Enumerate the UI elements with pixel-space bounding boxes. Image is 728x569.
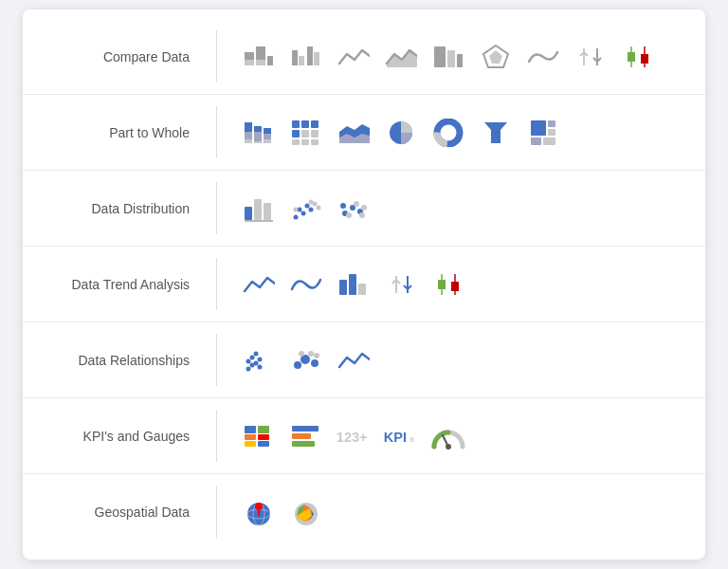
trend-wave-icon[interactable]	[287, 266, 325, 303]
svg-point-91	[246, 358, 251, 363]
svg-rect-28	[254, 126, 262, 132]
scatter-small-icon[interactable]	[240, 341, 278, 379]
svg-rect-42	[311, 139, 318, 145]
gauge-icon[interactable]	[429, 417, 467, 455]
area-chart-icon[interactable]	[382, 38, 420, 76]
bubble-chart-icon[interactable]	[287, 341, 325, 379]
kpi-number-icon[interactable]: 123+	[335, 417, 373, 455]
pie-chart-icon[interactable]	[382, 114, 420, 152]
icons-data-trend-analysis	[221, 266, 486, 303]
svg-point-75	[359, 212, 365, 218]
funnel-chart-icon[interactable]	[477, 114, 515, 152]
label-data-distribution: Data Distribution	[23, 201, 212, 216]
trend-updown-icon[interactable]	[382, 266, 420, 303]
candlestick-green-icon[interactable]	[619, 38, 657, 76]
svg-rect-111	[292, 441, 315, 447]
label-data-relationships: Data Relationships	[23, 353, 212, 368]
svg-rect-52	[548, 129, 555, 136]
svg-rect-40	[292, 139, 300, 145]
histogram-icon[interactable]	[240, 190, 278, 228]
label-kpi-gauges: KPI's and Gauges	[23, 429, 212, 444]
svg-point-102	[314, 353, 319, 358]
map-polygon-icon[interactable]	[477, 38, 515, 76]
donut-chart-icon[interactable]	[429, 114, 467, 152]
colorful-map-icon[interactable]	[287, 493, 325, 531]
svg-rect-2	[256, 46, 265, 60]
svg-point-100	[299, 351, 304, 357]
row-kpi-gauges: KPI's and Gauges	[23, 398, 705, 474]
svg-rect-35	[301, 120, 309, 128]
treemap-icon[interactable]	[524, 114, 562, 152]
chart-type-card: Compare Data	[23, 9, 705, 560]
svg-rect-31	[264, 128, 271, 134]
svg-point-61	[309, 207, 314, 211]
svg-rect-7	[299, 56, 304, 65]
svg-text:123+: 123+	[337, 430, 368, 445]
kpi-hbar-icon[interactable]	[287, 417, 325, 455]
label-compare-data: Compare Data	[23, 49, 212, 64]
svg-rect-4	[267, 56, 273, 65]
svg-rect-78	[358, 284, 366, 295]
svg-rect-104	[245, 434, 256, 440]
kpi-text-icon[interactable]: KPI s	[382, 417, 420, 455]
svg-point-116	[446, 444, 451, 450]
svg-rect-38	[301, 130, 309, 138]
svg-rect-27	[245, 139, 252, 143]
kpi-stacked-icon[interactable]	[240, 417, 278, 455]
label-geospatial-data: Geospatial Data	[23, 505, 212, 520]
icons-part-to-whole	[221, 114, 581, 152]
row-part-to-whole: Part to Whole	[23, 95, 705, 171]
row-data-trend-analysis: Data Trend Analysis	[23, 247, 705, 322]
area-blue-icon[interactable]	[335, 114, 373, 152]
dot-plot-small-icon[interactable]	[287, 190, 325, 228]
svg-rect-56	[254, 199, 262, 220]
svg-rect-37	[292, 130, 300, 138]
svg-rect-25	[245, 122, 252, 132]
radar-icon[interactable]	[429, 38, 467, 76]
svg-rect-6	[292, 50, 298, 65]
svg-rect-34	[292, 120, 300, 128]
svg-rect-57	[264, 203, 271, 220]
svg-rect-86	[438, 280, 446, 289]
svg-point-89	[246, 366, 251, 371]
svg-point-97	[294, 361, 301, 369]
label-data-trend-analysis: Data Trend Analysis	[23, 277, 212, 292]
svg-rect-108	[258, 441, 269, 447]
svg-rect-51	[548, 120, 555, 127]
trend-line-icon[interactable]	[240, 266, 278, 303]
dot-cloud-icon[interactable]	[335, 190, 373, 228]
icons-geospatial-data	[221, 493, 344, 531]
globe-pin-icon[interactable]	[240, 493, 278, 531]
svg-point-93	[250, 355, 255, 359]
svg-rect-22	[628, 52, 635, 62]
stacked-bar-icon[interactable]	[240, 38, 278, 76]
svg-rect-105	[245, 441, 256, 447]
row-data-distribution: Data Distribution	[23, 171, 705, 247]
wave-line-icon[interactable]	[524, 38, 562, 76]
svg-rect-54	[543, 138, 555, 145]
row-geospatial-data: Geospatial Data	[23, 474, 705, 550]
svg-rect-55	[245, 207, 252, 220]
svg-rect-3	[256, 60, 265, 65]
svg-point-60	[301, 211, 306, 215]
svg-rect-77	[349, 274, 356, 295]
svg-point-72	[354, 201, 359, 207]
svg-rect-8	[307, 46, 313, 65]
stock-updown-icon[interactable]	[572, 38, 610, 76]
trend-bar-icon[interactable]	[335, 266, 373, 303]
waffle-chart-icon[interactable]	[287, 114, 325, 152]
svg-point-74	[340, 203, 346, 209]
stacked-bar-blue-icon[interactable]	[240, 114, 278, 152]
svg-point-99	[311, 359, 318, 367]
svg-point-66	[317, 205, 321, 210]
relationship-line-icon[interactable]	[335, 341, 373, 379]
svg-point-63	[305, 203, 310, 208]
svg-text:s: s	[410, 434, 414, 444]
trend-candlestick-icon[interactable]	[429, 266, 467, 303]
line-chart-icon[interactable]	[335, 38, 373, 76]
svg-rect-53	[531, 138, 541, 145]
svg-point-65	[294, 207, 299, 211]
grouped-bar-icon[interactable]	[287, 38, 325, 76]
row-compare-data: Compare Data	[23, 19, 705, 95]
svg-point-95	[254, 351, 259, 356]
